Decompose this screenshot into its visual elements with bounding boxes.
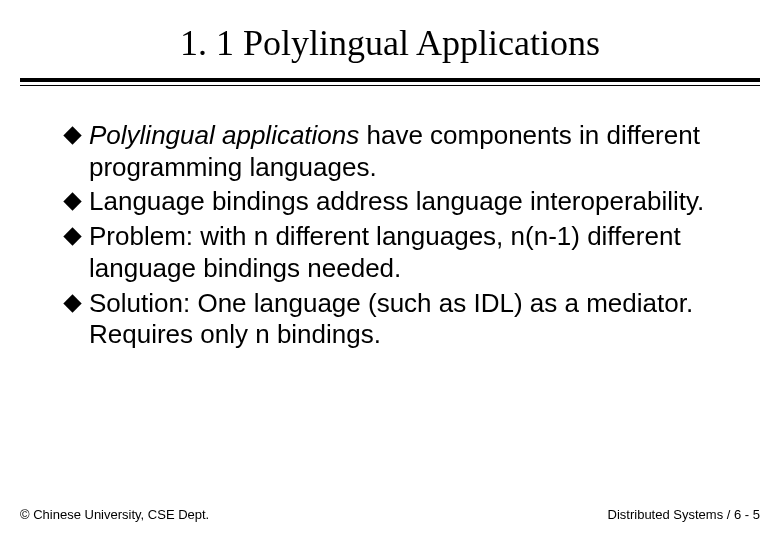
slide-title: 1. 1 Polylingual Applications — [0, 0, 780, 78]
diamond-bullet-icon — [63, 227, 81, 245]
bullet-rest: Language bindings address language inter… — [89, 186, 704, 216]
footer-left: © Chinese University, CSE Dept. — [20, 507, 209, 522]
diamond-bullet-icon — [63, 294, 81, 312]
list-item: Language bindings address language inter… — [64, 186, 720, 218]
slide-body: Polylingual applications have components… — [0, 86, 780, 351]
bullet-text: Language bindings address language inter… — [89, 186, 720, 218]
emphasis-text: Polylingual applications — [89, 120, 359, 150]
list-item: Problem: with n different languages, n(n… — [64, 221, 720, 284]
slide-footer: © Chinese University, CSE Dept. Distribu… — [20, 507, 760, 522]
footer-right: Distributed Systems / 6 - 5 — [608, 507, 760, 522]
slide: 1. 1 Polylingual Applications Polylingua… — [0, 0, 780, 540]
bullet-text: Problem: with n different languages, n(n… — [89, 221, 720, 284]
bullet-rest: Solution: One language (such as IDL) as … — [89, 288, 693, 350]
list-item: Solution: One language (such as IDL) as … — [64, 288, 720, 351]
diamond-bullet-icon — [63, 126, 81, 144]
title-divider — [20, 78, 760, 86]
bullet-text: Polylingual applications have components… — [89, 120, 720, 183]
diamond-bullet-icon — [63, 193, 81, 211]
bullet-rest: Problem: with n different languages, n(n… — [89, 221, 681, 283]
bullet-text: Solution: One language (such as IDL) as … — [89, 288, 720, 351]
list-item: Polylingual applications have components… — [64, 120, 720, 183]
